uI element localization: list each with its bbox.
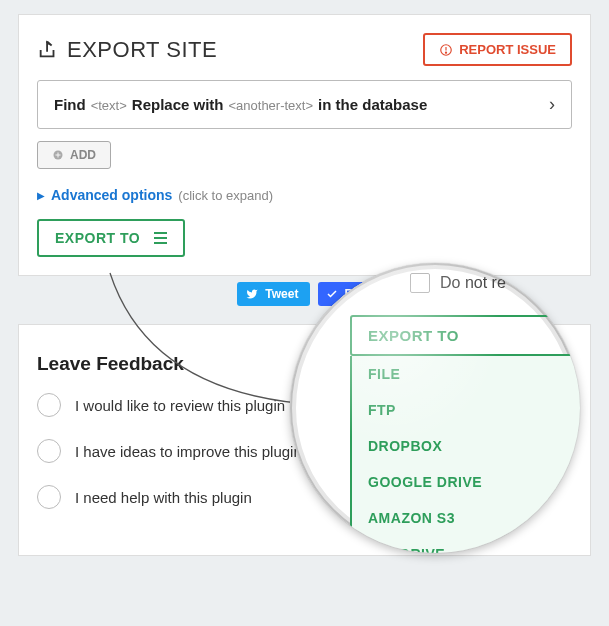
magnified-export-to-button[interactable]: EXPORT TO: [350, 315, 580, 356]
export-header: EXPORT SITE REPORT ISSUE: [37, 33, 572, 66]
add-button[interactable]: ADD: [37, 141, 111, 169]
export-to-label: EXPORT TO: [55, 230, 140, 246]
advanced-options-hint: (click to expand): [178, 188, 273, 203]
advanced-options-toggle[interactable]: ▶ Advanced options (click to expand): [37, 187, 572, 203]
twitter-icon: [245, 288, 259, 300]
export-site-panel: EXPORT SITE REPORT ISSUE Find <text> Rep…: [18, 14, 591, 276]
find-placeholder: <text>: [91, 98, 127, 113]
export-site-title: EXPORT SITE: [37, 37, 217, 63]
replace-label: Replace with: [132, 96, 224, 113]
magnifier-overlay: Do not re EXPORT TO FILE FTP DROPBOX GOO…: [290, 263, 580, 553]
hamburger-icon: [154, 232, 167, 244]
triangle-right-icon: ▶: [37, 190, 45, 201]
tweet-button[interactable]: Tweet: [237, 282, 310, 306]
radio-icon: [37, 485, 61, 509]
feedback-option-label: I need help with this plugin: [75, 489, 252, 506]
find-replace-suffix: in the database: [318, 96, 427, 113]
radio-icon: [37, 439, 61, 463]
checkbox-icon: [410, 273, 430, 293]
export-title-text: EXPORT SITE: [67, 37, 217, 63]
feedback-option-label: I have ideas to improve this plugin: [75, 443, 302, 460]
report-issue-label: REPORT ISSUE: [459, 42, 556, 57]
feedback-option-label: I would like to review this plugin: [75, 397, 285, 414]
export-option-ftp[interactable]: FTP: [352, 392, 580, 428]
magnified-export-label: EXPORT TO: [368, 327, 459, 344]
check-icon: [326, 288, 338, 300]
svg-point-2: [446, 52, 447, 53]
export-option-dropbox[interactable]: DROPBOX: [352, 428, 580, 464]
advanced-options-label: Advanced options: [51, 187, 172, 203]
share-icon: [37, 39, 59, 61]
export-to-button[interactable]: EXPORT TO: [37, 219, 185, 257]
replace-placeholder: <another-text>: [229, 98, 314, 113]
radio-icon: [37, 393, 61, 417]
export-option-google-drive[interactable]: GOOGLE DRIVE: [352, 464, 580, 500]
warning-icon: [439, 43, 453, 57]
chevron-right-icon: ›: [549, 94, 555, 115]
tweet-label: Tweet: [265, 287, 298, 301]
report-issue-button[interactable]: REPORT ISSUE: [423, 33, 572, 66]
find-replace-text: Find <text> Replace with <another-text> …: [54, 96, 427, 113]
magnified-checkbox-label: Do not re: [440, 274, 506, 292]
plus-circle-icon: [52, 149, 64, 161]
export-option-file[interactable]: FILE: [352, 356, 580, 392]
find-label: Find: [54, 96, 86, 113]
add-label: ADD: [70, 148, 96, 162]
find-replace-row[interactable]: Find <text> Replace with <another-text> …: [37, 80, 572, 129]
